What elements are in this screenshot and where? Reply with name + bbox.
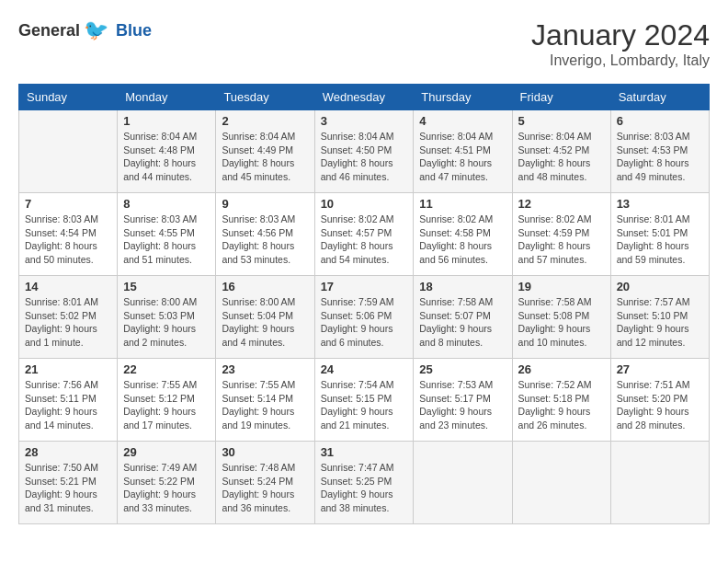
table-row: 3Sunrise: 8:04 AMSunset: 4:50 PMDaylight… [314, 110, 414, 193]
day-number: 22 [123, 362, 210, 376]
table-row: 7Sunrise: 8:03 AMSunset: 4:54 PMDaylight… [19, 193, 118, 276]
day-number: 5 [518, 114, 605, 128]
table-row: 2Sunrise: 8:04 AMSunset: 4:49 PMDaylight… [216, 110, 314, 193]
day-number: 7 [25, 197, 111, 211]
calendar-week-row: 7Sunrise: 8:03 AMSunset: 4:54 PMDaylight… [19, 193, 710, 276]
day-number: 23 [222, 362, 308, 376]
logo-blue: Blue [116, 21, 152, 40]
day-info: Sunrise: 7:50 AMSunset: 5:21 PMDaylight:… [25, 461, 111, 515]
weekday-header-row: Sunday Monday Tuesday Wednesday Thursday… [19, 85, 710, 110]
day-info: Sunrise: 7:53 AMSunset: 5:17 PMDaylight:… [419, 378, 506, 432]
day-info: Sunrise: 8:02 AMSunset: 4:58 PMDaylight:… [419, 213, 506, 267]
table-row: 4Sunrise: 8:04 AMSunset: 4:51 PMDaylight… [414, 110, 512, 193]
day-number: 30 [222, 445, 308, 459]
day-info: Sunrise: 7:51 AMSunset: 5:20 PMDaylight:… [617, 378, 703, 432]
day-number: 18 [419, 280, 506, 293]
day-info: Sunrise: 7:56 AMSunset: 5:11 PMDaylight:… [25, 378, 111, 432]
table-row: 21Sunrise: 7:56 AMSunset: 5:11 PMDayligh… [19, 359, 118, 442]
logo-bird-icon: 🐦 [84, 18, 108, 42]
table-row: 13Sunrise: 8:01 AMSunset: 5:01 PMDayligh… [610, 193, 709, 276]
calendar-week-row: 28Sunrise: 7:50 AMSunset: 5:21 PMDayligh… [19, 442, 710, 524]
day-number: 2 [222, 114, 308, 128]
day-number: 16 [222, 280, 308, 293]
day-number: 3 [321, 114, 408, 128]
location-title: Inverigo, Lombardy, Italy [531, 52, 710, 69]
table-row [19, 110, 118, 193]
table-row: 29Sunrise: 7:49 AMSunset: 5:22 PMDayligh… [118, 442, 216, 524]
day-number: 31 [321, 445, 408, 459]
day-info: Sunrise: 8:00 AMSunset: 5:04 PMDaylight:… [222, 295, 308, 350]
day-info: Sunrise: 8:01 AMSunset: 5:02 PMDaylight:… [25, 295, 111, 350]
table-row: 28Sunrise: 7:50 AMSunset: 5:21 PMDayligh… [19, 442, 118, 524]
day-info: Sunrise: 8:03 AMSunset: 4:55 PMDaylight:… [123, 213, 210, 267]
table-row: 22Sunrise: 7:55 AMSunset: 5:12 PMDayligh… [118, 359, 216, 442]
table-row: 25Sunrise: 7:53 AMSunset: 5:17 PMDayligh… [414, 359, 512, 442]
day-number: 26 [518, 362, 605, 376]
day-info: Sunrise: 7:49 AMSunset: 5:22 PMDaylight:… [123, 461, 210, 515]
logo-general: General [18, 21, 80, 40]
table-row: 18Sunrise: 7:58 AMSunset: 5:07 PMDayligh… [414, 276, 512, 359]
day-number: 29 [123, 445, 210, 459]
day-number: 8 [123, 197, 210, 211]
day-info: Sunrise: 7:52 AMSunset: 5:18 PMDaylight:… [518, 378, 605, 432]
day-info: Sunrise: 7:48 AMSunset: 5:24 PMDaylight:… [222, 461, 308, 515]
table-row [414, 442, 512, 524]
header-friday: Friday [512, 85, 610, 110]
day-number: 9 [222, 197, 308, 211]
table-row: 6Sunrise: 8:03 AMSunset: 4:53 PMDaylight… [610, 110, 709, 193]
header-tuesday: Tuesday [216, 85, 314, 110]
table-row: 12Sunrise: 8:02 AMSunset: 4:59 PMDayligh… [512, 193, 610, 276]
day-info: Sunrise: 8:04 AMSunset: 4:48 PMDaylight:… [123, 130, 210, 184]
day-info: Sunrise: 8:04 AMSunset: 4:51 PMDaylight:… [419, 130, 506, 184]
calendar-week-row: 1Sunrise: 8:04 AMSunset: 4:48 PMDaylight… [19, 110, 710, 193]
table-row: 5Sunrise: 8:04 AMSunset: 4:52 PMDaylight… [512, 110, 610, 193]
header-saturday: Saturday [610, 85, 709, 110]
table-row: 26Sunrise: 7:52 AMSunset: 5:18 PMDayligh… [512, 359, 610, 442]
calendar-week-row: 21Sunrise: 7:56 AMSunset: 5:11 PMDayligh… [19, 359, 710, 442]
day-info: Sunrise: 8:03 AMSunset: 4:54 PMDaylight:… [25, 213, 111, 267]
month-title: January 2024 [531, 18, 710, 52]
day-info: Sunrise: 7:55 AMSunset: 5:14 PMDaylight:… [222, 378, 308, 432]
day-info: Sunrise: 8:02 AMSunset: 4:57 PMDaylight:… [321, 213, 408, 267]
day-number: 25 [419, 362, 506, 376]
table-row: 30Sunrise: 7:48 AMSunset: 5:24 PMDayligh… [216, 442, 314, 524]
day-info: Sunrise: 8:04 AMSunset: 4:49 PMDaylight:… [222, 130, 308, 184]
day-info: Sunrise: 8:04 AMSunset: 4:52 PMDaylight:… [518, 130, 605, 184]
table-row [512, 442, 610, 524]
day-info: Sunrise: 7:55 AMSunset: 5:12 PMDaylight:… [123, 378, 210, 432]
header-sunday: Sunday [19, 85, 118, 110]
table-row: 31Sunrise: 7:47 AMSunset: 5:25 PMDayligh… [314, 442, 414, 524]
day-number: 28 [25, 445, 111, 459]
table-row: 10Sunrise: 8:02 AMSunset: 4:57 PMDayligh… [314, 193, 414, 276]
table-row: 17Sunrise: 7:59 AMSunset: 5:06 PMDayligh… [314, 276, 414, 359]
day-number: 10 [321, 197, 408, 211]
day-number: 17 [321, 280, 408, 293]
day-info: Sunrise: 7:59 AMSunset: 5:06 PMDaylight:… [321, 295, 408, 350]
day-number: 24 [321, 362, 408, 376]
header-wednesday: Wednesday [314, 85, 414, 110]
day-number: 15 [123, 280, 210, 293]
day-number: 20 [617, 280, 703, 293]
title-area: January 2024 Inverigo, Lombardy, Italy [531, 18, 710, 69]
table-row: 15Sunrise: 8:00 AMSunset: 5:03 PMDayligh… [118, 276, 216, 359]
calendar-table: Sunday Monday Tuesday Wednesday Thursday… [18, 84, 710, 524]
day-number: 19 [518, 280, 605, 293]
day-number: 6 [617, 114, 703, 128]
table-row: 16Sunrise: 8:00 AMSunset: 5:04 PMDayligh… [216, 276, 314, 359]
table-row: 14Sunrise: 8:01 AMSunset: 5:02 PMDayligh… [19, 276, 118, 359]
day-number: 12 [518, 197, 605, 211]
day-info: Sunrise: 7:57 AMSunset: 5:10 PMDaylight:… [617, 295, 703, 350]
table-row: 24Sunrise: 7:54 AMSunset: 5:15 PMDayligh… [314, 359, 414, 442]
logo: General 🐦 Blue [18, 18, 152, 42]
day-info: Sunrise: 7:54 AMSunset: 5:15 PMDaylight:… [321, 378, 408, 432]
header-monday: Monday [118, 85, 216, 110]
day-number: 1 [123, 114, 210, 128]
day-info: Sunrise: 8:00 AMSunset: 5:03 PMDaylight:… [123, 295, 210, 350]
table-row: 11Sunrise: 8:02 AMSunset: 4:58 PMDayligh… [414, 193, 512, 276]
day-info: Sunrise: 7:58 AMSunset: 5:07 PMDaylight:… [419, 295, 506, 350]
day-info: Sunrise: 7:47 AMSunset: 5:25 PMDaylight:… [321, 461, 408, 515]
day-number: 21 [25, 362, 111, 376]
calendar-week-row: 14Sunrise: 8:01 AMSunset: 5:02 PMDayligh… [19, 276, 710, 359]
table-row: 20Sunrise: 7:57 AMSunset: 5:10 PMDayligh… [610, 276, 709, 359]
table-row: 9Sunrise: 8:03 AMSunset: 4:56 PMDaylight… [216, 193, 314, 276]
